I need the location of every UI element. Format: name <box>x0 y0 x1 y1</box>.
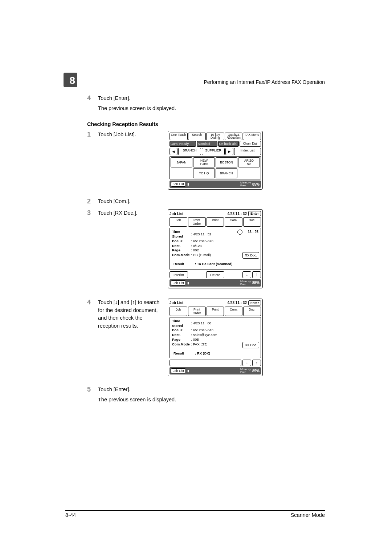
enter-button[interactable]: Enter <box>248 300 261 305</box>
label-time-stored: Time Stored <box>172 230 191 239</box>
job-list-button[interactable]: Job List <box>171 368 186 373</box>
job-list-title: Job List <box>170 301 183 305</box>
chapter-number: 8 <box>64 73 77 87</box>
label-result: Result <box>173 351 184 356</box>
tab-com[interactable]: Com. <box>225 307 242 316</box>
index-supplier[interactable]: SUPPLIER <box>202 148 225 155</box>
job-list-button[interactable]: Job List <box>171 280 186 285</box>
scroll-down-icon[interactable]: ↓ <box>242 360 251 366</box>
val-result: : RX (OK) <box>195 351 210 356</box>
tray-icon: ▮ <box>187 369 189 373</box>
index-prev-icon[interactable]: ◄ <box>170 148 177 155</box>
step-number: 1 <box>87 131 98 141</box>
tab-job[interactable]: Job <box>170 307 187 316</box>
tab-doc[interactable]: Doc. <box>243 307 261 316</box>
empty-field <box>170 360 241 366</box>
scroll-up-icon[interactable]: ↑ <box>252 271 261 278</box>
val-time-stored: : 4/23 11 : 00 <box>191 319 219 328</box>
enter-button[interactable]: Enter <box>248 211 261 216</box>
step-text: Touch [↓] and [↑] to search for the desi… <box>98 299 163 330</box>
index-next-icon[interactable]: ► <box>225 148 233 155</box>
index-list-button[interactable]: Index List <box>234 148 261 155</box>
tray-icon: ▮ <box>187 281 189 285</box>
label-time-stored: Time Stored <box>172 319 191 328</box>
dest-empty <box>238 168 260 178</box>
step-number: 5 <box>87 386 98 406</box>
tray-icon: ▮ <box>187 182 189 186</box>
val-page: : 005 <box>191 337 219 342</box>
val-result: : To Be Sent (Scanned) <box>195 262 232 267</box>
label-doc-number: Doc. # <box>172 328 191 333</box>
step-text: Touch [Job List]. <box>98 131 163 139</box>
tab-quality-reduction[interactable]: Quality& Reduction <box>225 133 243 141</box>
step-text: The previous screen is displayed. <box>98 396 327 404</box>
onhook-dial-button[interactable]: On-hook Dial <box>218 141 239 147</box>
rx-doc-button[interactable]: RX Doc. <box>242 342 259 348</box>
page-number: 8-44 <box>65 512 76 518</box>
rx-doc-button[interactable]: RX Doc. <box>242 252 259 259</box>
label-com-mode: Com.Mode <box>172 342 191 347</box>
memory-label: Memory Free <box>240 368 251 374</box>
delete-button[interactable]: Delete <box>206 271 224 278</box>
tab-fax-menu[interactable]: FAX Menu <box>243 133 261 141</box>
status-standard: Standard <box>197 141 217 147</box>
tab-print-order[interactable]: Print Order <box>188 217 206 227</box>
label-page: Page <box>172 248 191 253</box>
job-list-datetime: 4/23 11 : 32 <box>185 212 247 216</box>
scroll-up-icon[interactable]: ↑ <box>252 360 261 366</box>
index-branch[interactable]: BRANCH <box>178 148 201 155</box>
job-details: Time Stored: 4/23 11 : 00 Doc. #: 651234… <box>170 317 261 358</box>
step-text: Touch [Com.]. <box>98 198 327 206</box>
dest-boston[interactable]: BOSTON <box>216 157 237 167</box>
chain-dial-button[interactable]: Chain Dial <box>240 141 261 147</box>
step-number: 2 <box>87 198 98 208</box>
step-number: 4 <box>87 299 98 332</box>
tab-print[interactable]: Print <box>207 307 224 316</box>
memory-percent: 85% <box>252 182 260 186</box>
job-list-panel: Job List 4/23 11 : 32 Enter Job Print Or… <box>168 209 263 288</box>
job-list-button[interactable]: Job List <box>171 182 186 187</box>
tab-job[interactable]: Job <box>170 217 187 227</box>
clock-time: 11 : 32 <box>248 229 258 234</box>
job-details: 11 : 32 Time Stored: 4/23 11 : 32 Doc. #… <box>170 228 261 270</box>
dest-japan[interactable]: JAPAN <box>171 157 192 167</box>
val-page: : 002 <box>191 248 215 253</box>
job-list-datetime: 4/23 11 : 32 <box>185 301 247 305</box>
val-time-stored: : 4/23 11 : 32 <box>191 230 215 239</box>
label-dest: Dest. <box>172 333 191 337</box>
step-number: 3 <box>87 209 98 219</box>
header-rule <box>64 88 328 88</box>
dest-tohq[interactable]: TO HQ <box>193 168 215 178</box>
label-page: Page <box>172 337 191 342</box>
tab-one-touch[interactable]: One-Touch <box>170 133 188 141</box>
clock-icon <box>237 230 242 235</box>
val-doc-number: : 6512345-543 <box>191 328 219 333</box>
job-list-panel: Job List 4/23 11 : 32 Enter Job Print Or… <box>168 299 263 377</box>
tab-print-order[interactable]: Print Order <box>188 307 206 316</box>
status-com-ready: Com. Ready <box>170 141 196 147</box>
val-com-mode: : PC (E-mail) <box>191 253 215 258</box>
step-text: Touch [Enter]. <box>98 94 327 102</box>
tab-com[interactable]: Com. <box>225 217 242 227</box>
memory-percent: 85% <box>252 369 260 373</box>
val-dest: : 0/123 <box>191 244 215 248</box>
label-dest: Dest. <box>172 244 191 248</box>
tab-search[interactable]: Search <box>188 133 206 141</box>
interim-button[interactable]: Interim <box>170 271 188 278</box>
footer-rule <box>65 510 325 511</box>
memory-percent: 85% <box>252 281 260 285</box>
memory-label: Memory Free <box>240 181 251 187</box>
dest-newyork[interactable]: NEW YORK <box>193 157 215 167</box>
label-doc-number: Doc. # <box>172 239 191 244</box>
tab-doc[interactable]: Doc. <box>243 217 261 227</box>
val-dest: : sales@xyz.com <box>191 333 219 337</box>
destination-grid: JAPAN NEW YORK BOSTON ARIZO NA TO HQ BRA… <box>170 156 261 179</box>
tab-10key-dialing[interactable]: 10-key Dialing <box>206 133 224 141</box>
fax-main-panel: One-Touch Search 10-key Dialing Quality&… <box>168 131 263 190</box>
step-text: The previous screen is displayed. <box>98 105 327 113</box>
dest-arizona[interactable]: ARIZO NA <box>238 157 260 167</box>
tab-print[interactable]: Print <box>207 217 224 227</box>
footer-title: Scanner Mode <box>291 512 325 518</box>
dest-branch[interactable]: BRANCH <box>216 168 237 178</box>
scroll-down-icon[interactable]: ↓ <box>242 271 251 278</box>
